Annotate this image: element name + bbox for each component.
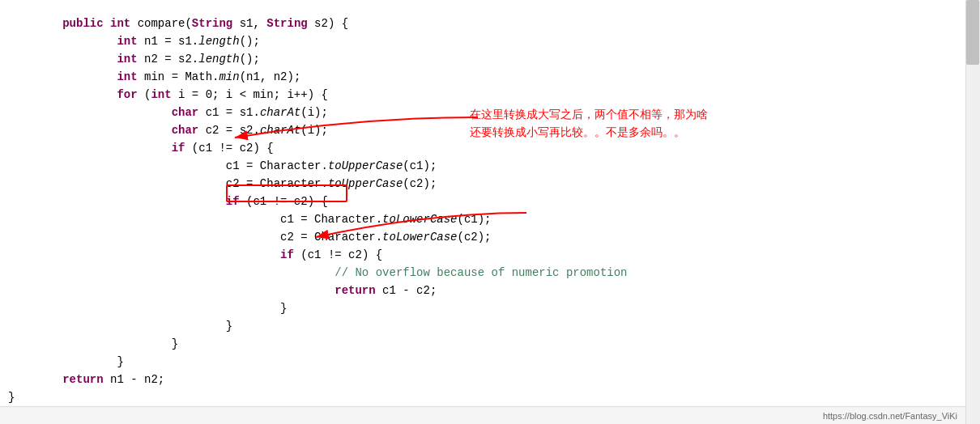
code-line: public int compare(String s1, String s2)… — [0, 15, 965, 32]
scrollbar[interactable] — [965, 0, 980, 424]
code-line: c2 = Character.toLowerCase(c2); — [0, 228, 965, 246]
code-line: for (int i = 0; i < min; i++) { — [0, 86, 965, 104]
code-line: if (c1 != c2) { — [0, 193, 965, 210]
code-line: return n1 - n2; — [0, 371, 965, 388]
code-line: c1 = Character.toLowerCase(c1); — [0, 210, 965, 228]
annotation-text: 在这里转换成大写之后，两个值不相等，那为啥 还要转换成小写再比较。。不是多余吗。… — [470, 105, 753, 142]
code-line: int n2 = s2.length(); — [0, 50, 965, 68]
code-line: } — [0, 353, 965, 371]
code-line: int min = Math.min(n1, n2); — [0, 68, 965, 86]
code-line: } — [0, 317, 965, 335]
code-line: return c1 - c2; — [0, 282, 965, 299]
code-line: c2 = Character.toUpperCase(c2); — [0, 175, 965, 193]
bottom-bar: https://blog.csdn.net/Fantasy_ViKi — [0, 406, 965, 424]
scrollbar-thumb[interactable] — [966, 0, 979, 65]
code-line: } — [0, 299, 965, 317]
code-line: int n1 = s1.length(); — [0, 32, 965, 50]
code-line: } — [0, 335, 965, 353]
code-line: if (c1 != c2) { — [0, 139, 965, 157]
code-line: } — [0, 388, 965, 406]
code-line: c1 = Character.toUpperCase(c1); — [0, 157, 965, 175]
code-area: public int compare(String s1, String s2)… — [0, 0, 965, 424]
code-line: if (c1 != c2) { — [0, 246, 965, 264]
url-label: https://blog.csdn.net/Fantasy_ViKi — [823, 411, 957, 421]
code-line: // No overflow because of numeric promot… — [0, 264, 965, 282]
